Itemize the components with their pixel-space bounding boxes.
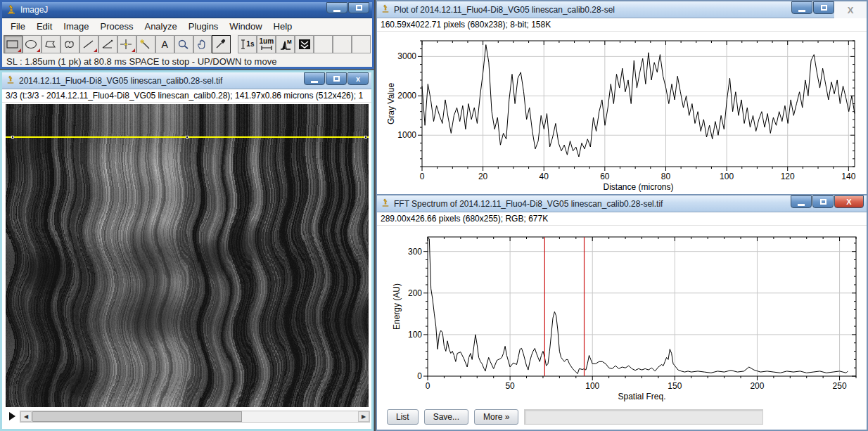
fft-window: FFT Spectrum of 2014.12.11_Fluo4-Di8_VG0…: [376, 194, 868, 431]
scroll-thumb[interactable]: [32, 411, 242, 422]
m-macro-tool[interactable]: M: [276, 35, 295, 53]
menu-item-analyze[interactable]: Analyze: [139, 20, 182, 33]
svg-text:1000: 1000: [397, 130, 416, 140]
polygon-tool[interactable]: [42, 35, 60, 53]
scale-macro-tool[interactable]: 1um: [257, 35, 276, 53]
fft-window-titlebar[interactable]: FFT Spectrum of 2014.12.11_Fluo4-Di8_VG0…: [377, 195, 867, 212]
gray-value-plot: 020406080100120140100020003000Distance (…: [377, 32, 867, 195]
imagej-toolbar: A 1s 1um M: [2, 34, 372, 55]
menu-item-file[interactable]: File: [5, 20, 31, 33]
more-button[interactable]: More »: [474, 409, 518, 425]
point-tool[interactable]: [117, 35, 136, 53]
svg-text:20: 20: [478, 172, 488, 181]
svg-text:100: 100: [585, 381, 599, 391]
svg-text:60: 60: [600, 172, 610, 181]
svg-text:120: 120: [781, 172, 795, 181]
imagej-titlebar[interactable]: ImageJ: [2, 2, 372, 18]
stack-macro-tool[interactable]: [295, 35, 314, 53]
imagej-main-window: ImageJ FileEditImageProcessAnalyzePlugin…: [0, 0, 374, 69]
fft-spectrum-plot: 0501001502002500100200300Spatial Freq.En…: [377, 227, 867, 410]
svg-text:50: 50: [505, 381, 515, 391]
image-window-close-button[interactable]: x: [347, 72, 369, 85]
image-window-minimize-button[interactable]: [304, 72, 325, 85]
wand-tool[interactable]: [136, 35, 155, 53]
fft-window-maximize-button[interactable]: [812, 195, 834, 208]
kymograph-image[interactable]: [6, 104, 369, 407]
freehand-tool[interactable]: [60, 35, 79, 53]
svg-text:100: 100: [720, 172, 734, 181]
line-selection[interactable]: [6, 136, 369, 138]
dropper-tool[interactable]: [212, 35, 231, 53]
svg-text:0: 0: [426, 381, 430, 391]
line-handle-right[interactable]: [364, 136, 367, 139]
image-window-maximize-button[interactable]: [326, 72, 347, 85]
svg-text:40: 40: [540, 172, 549, 181]
svg-text:100: 100: [408, 330, 422, 340]
svg-text:200: 200: [408, 288, 422, 298]
image-window-titlebar[interactable]: 2014.12.11_Fluo4-Di8_VG05 linescan_calib…: [2, 72, 371, 89]
plot-window-minimize-button[interactable]: [791, 1, 812, 14]
line-handle-left[interactable]: [11, 136, 14, 139]
svg-text:250: 250: [833, 381, 847, 391]
menu-item-image[interactable]: Image: [58, 20, 94, 33]
menu-item-edit[interactable]: Edit: [31, 20, 58, 33]
imagej-microscope-icon: [6, 4, 16, 16]
stack-scroll-row: ◀ ▶: [4, 410, 370, 423]
stack-play-button[interactable]: [9, 412, 15, 420]
angle-tool[interactable]: [98, 35, 117, 53]
desktop: ImageJ FileEditImageProcessAnalyzePlugin…: [0, 0, 868, 431]
fft-window-icon: [381, 198, 390, 209]
svg-text:0: 0: [420, 172, 425, 181]
plot-window-maximize-button[interactable]: [813, 1, 834, 14]
stack-slider[interactable]: ◀ ▶: [20, 411, 370, 423]
fft-button-row: List Save... More »: [387, 409, 763, 425]
fft-status-area: [524, 409, 763, 425]
imagej-minimize-button[interactable]: [326, 2, 347, 13]
svg-text:M: M: [287, 39, 292, 45]
menu-item-help[interactable]: Help: [268, 20, 298, 33]
empty-tool-slot: [333, 35, 352, 53]
line-handle-middle[interactable]: [186, 136, 189, 139]
plot-window-info: 160.59x4022.71 pixels (680x238); 8-bit; …: [377, 18, 867, 32]
rectangle-tool[interactable]: [4, 35, 23, 53]
svg-text:2000: 2000: [397, 91, 416, 101]
imagej-title: ImageJ: [20, 5, 368, 15]
time-macro-tool[interactable]: 1s: [238, 35, 257, 53]
plot-window-icon: [381, 4, 390, 15]
kymograph-canvas[interactable]: [6, 104, 369, 407]
svg-text:3000: 3000: [397, 51, 416, 61]
hand-tool[interactable]: [193, 35, 212, 53]
empty-tool-slot: [352, 35, 371, 53]
menu-item-window[interactable]: Window: [224, 20, 267, 33]
menu-item-process[interactable]: Process: [95, 20, 139, 33]
svg-text:0: 0: [417, 371, 422, 381]
text-tool[interactable]: A: [155, 35, 174, 53]
scroll-left-arrow[interactable]: ◀: [20, 411, 32, 422]
svg-text:140: 140: [841, 172, 855, 181]
empty-tool-slot: [314, 35, 333, 53]
oval-tool[interactable]: [23, 35, 42, 53]
svg-text:Distance (microns): Distance (microns): [603, 182, 673, 192]
toolbar-spacer: [231, 35, 238, 53]
fft-window-minimize-button[interactable]: [791, 195, 812, 208]
plot-window-close-button[interactable]: X: [834, 1, 867, 18]
plot-window-titlebar[interactable]: Plot of 2014.12.11_Fluo4-Di8_VG05 linesc…: [377, 1, 867, 18]
plot-window: Plot of 2014.12.11_Fluo4-Di8_VG05 linesc…: [376, 0, 868, 195]
svg-text:200: 200: [750, 381, 764, 391]
svg-text:300: 300: [408, 247, 422, 257]
list-button[interactable]: List: [387, 409, 419, 425]
imagej-statusbar: SL : 1.85um (1 pk) at 80.8 ms SPACE to s…: [2, 55, 372, 68]
fft-window-info: 289.00x426.66 pixels (680x255); RGB; 677…: [377, 212, 867, 226]
svg-text:Gray Value: Gray Value: [386, 83, 396, 124]
svg-text:Spatial Freq.: Spatial Freq.: [618, 392, 665, 401]
line-tool[interactable]: [79, 35, 98, 53]
image-window-info: 3/3 (t:3/3 - 2014.12.11_Fluo4-Di8_VG05 l…: [2, 89, 371, 103]
save-button[interactable]: Save...: [424, 409, 468, 425]
image-window: 2014.12.11_Fluo4-Di8_VG05 linescan_calib…: [0, 70, 374, 431]
zoom-tool[interactable]: [174, 35, 193, 53]
fft-window-close-button[interactable]: X: [834, 195, 864, 208]
scroll-right-arrow[interactable]: ▶: [358, 411, 369, 422]
menu-item-plugins[interactable]: Plugins: [183, 20, 224, 33]
imagej-maximize-button[interactable]: [348, 2, 369, 13]
svg-text:80: 80: [661, 172, 671, 181]
